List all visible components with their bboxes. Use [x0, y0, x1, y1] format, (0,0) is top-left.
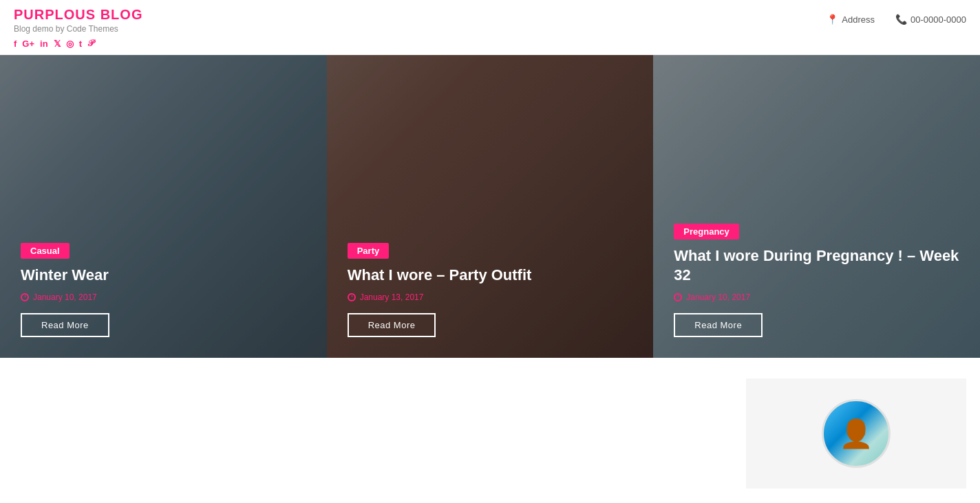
- card-pregnancy: Pregnancy What I wore During Pregnancy !…: [653, 55, 980, 358]
- read-more-button-1[interactable]: Read More: [21, 313, 109, 337]
- address-label: Address: [842, 14, 875, 25]
- bottom-main-content: [0, 372, 732, 495]
- card-3-date: January 10, 2017: [674, 292, 959, 302]
- facebook-icon[interactable]: f: [14, 39, 17, 49]
- bottom-section: [0, 358, 980, 503]
- card-1-title: Winter Wear: [21, 266, 109, 286]
- card-party-outfit: Party What I wore – Party Outfit January…: [327, 55, 654, 358]
- site-header: PURPLOUS BLOG Blog demo by Code Themes f…: [0, 0, 980, 55]
- phone-icon: 📞: [895, 14, 907, 25]
- sidebar: [732, 372, 980, 495]
- card-winter-wear: Casual Winter Wear January 10, 2017 Read…: [0, 55, 327, 358]
- header-right: 📍 Address 📞 00-0000-0000: [827, 7, 966, 25]
- tumblr-icon[interactable]: t: [79, 39, 82, 49]
- phone-contact: 📞 00-0000-0000: [895, 14, 966, 25]
- read-more-button-3[interactable]: Read More: [674, 313, 763, 337]
- read-more-button-2[interactable]: Read More: [348, 313, 436, 337]
- clock-icon-2: [348, 293, 356, 301]
- pinterest-icon[interactable]: 𝒫: [87, 38, 94, 49]
- card-3-tag[interactable]: Pregnancy: [674, 224, 738, 239]
- site-tagline: Blog demo by Code Themes: [14, 24, 142, 34]
- linkedin-icon[interactable]: in: [40, 39, 48, 49]
- site-title[interactable]: PURPLOUS BLOG: [14, 7, 142, 23]
- card-1-tag[interactable]: Casual: [21, 243, 70, 259]
- location-icon: 📍: [827, 14, 838, 25]
- card-1-date: January 10, 2017: [21, 292, 109, 302]
- google-plus-icon[interactable]: G+: [22, 39, 34, 49]
- avatar: [822, 399, 891, 468]
- hero-cards-section: Casual Winter Wear January 10, 2017 Read…: [0, 55, 980, 358]
- card-2-date: January 13, 2017: [348, 292, 532, 302]
- card-1-content: Casual Winter Wear January 10, 2017 Read…: [21, 243, 109, 337]
- instagram-icon[interactable]: ◎: [66, 39, 74, 49]
- card-3-date-text: January 10, 2017: [686, 292, 750, 302]
- card-2-tag[interactable]: Party: [348, 243, 390, 259]
- card-3-title: What I wore During Pregnancy ! – Week 32: [674, 246, 959, 286]
- card-2-content: Party What I wore – Party Outfit January…: [348, 243, 532, 337]
- card-2-date-text: January 13, 2017: [360, 292, 424, 302]
- card-3-content: Pregnancy What I wore During Pregnancy !…: [674, 224, 959, 337]
- phone-label: 00-0000-0000: [910, 14, 966, 25]
- clock-icon-1: [21, 293, 29, 301]
- address-contact: 📍 Address: [827, 14, 875, 25]
- clock-icon-3: [674, 293, 682, 301]
- card-1-date-text: January 10, 2017: [33, 292, 97, 302]
- header-left: PURPLOUS BLOG Blog demo by Code Themes f…: [14, 7, 142, 49]
- sidebar-author-card: [746, 378, 966, 489]
- twitter-icon[interactable]: 𝕏: [54, 39, 61, 49]
- card-2-title: What I wore – Party Outfit: [348, 266, 532, 286]
- social-icons-bar: f G+ in 𝕏 ◎ t 𝒫: [14, 38, 142, 49]
